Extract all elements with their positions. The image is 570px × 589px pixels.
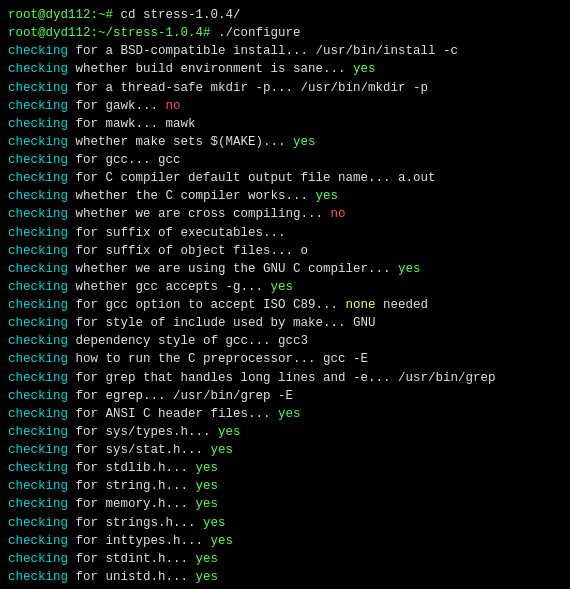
terminal-line: checking whether build environment is sa… <box>8 60 562 78</box>
terminal-line: checking whether we are using the GNU C … <box>8 260 562 278</box>
terminal-line: root@dyd112:~/stress-1.0.4# ./configure <box>8 24 562 42</box>
terminal-line: checking for egrep... /usr/bin/grep -E <box>8 387 562 405</box>
terminal-line: checking whether gcc accepts -g... yes <box>8 278 562 296</box>
terminal-line: checking for a thread-safe mkdir -p... /… <box>8 79 562 97</box>
terminal-line: checking for ANSI C header files... yes <box>8 405 562 423</box>
terminal-line: checking for style of include used by ma… <box>8 314 562 332</box>
terminal-line: checking for C compiler default output f… <box>8 169 562 187</box>
terminal-line: checking for gawk... no <box>8 97 562 115</box>
terminal-line: checking for stdint.h... yes <box>8 550 562 568</box>
terminal-line: checking for a BSD-compatible install...… <box>8 42 562 60</box>
terminal-line: checking how to run the C preprocessor..… <box>8 350 562 368</box>
terminal-line: checking for gcc option to accept ISO C8… <box>8 296 562 314</box>
terminal-line: checking for memory.h... yes <box>8 495 562 513</box>
terminal-line: checking for string.h... yes <box>8 477 562 495</box>
terminal-line: checking whether make sets $(MAKE)... ye… <box>8 133 562 151</box>
terminal-line: checking for suffix of object files... o <box>8 242 562 260</box>
terminal-line: checking for suffix of executables... <box>8 224 562 242</box>
terminal-line: checking for unistd.h... yes <box>8 568 562 586</box>
terminal-line: root@dyd112:~# cd stress-1.0.4/ <box>8 6 562 24</box>
terminal-line: checking for inttypes.h... yes <box>8 532 562 550</box>
terminal-line: checking whether we are cross compiling.… <box>8 205 562 223</box>
terminal-line: checking for mawk... mawk <box>8 115 562 133</box>
terminal-line: checking for strings.h... yes <box>8 514 562 532</box>
terminal-line: checking for stdlib.h... yes <box>8 459 562 477</box>
terminal-line: checking whether the C compiler works...… <box>8 187 562 205</box>
terminal-line: checking for sys/stat.h... yes <box>8 441 562 459</box>
terminal: root@dyd112:~# cd stress-1.0.4/root@dyd1… <box>0 0 570 589</box>
terminal-line: checking for gcc... gcc <box>8 151 562 169</box>
terminal-line: checking for sys/types.h... yes <box>8 423 562 441</box>
terminal-line: checking dependency style of gcc... gcc3 <box>8 332 562 350</box>
terminal-line: checking for grep that handles long line… <box>8 369 562 387</box>
